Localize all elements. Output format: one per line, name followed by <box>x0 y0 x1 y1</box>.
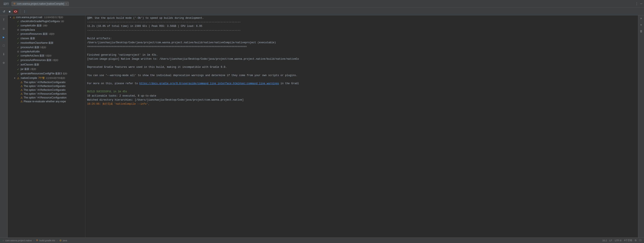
output-line: Deprecated Gradle features were used in … <box>87 65 636 69</box>
tree-item[interactable]: ✓:processAotResources 最新2毫秒 <box>8 58 85 62</box>
status-right: 16:2 LF UTF-8 4个空格 ⧉ ⓘ <box>602 239 642 242</box>
output-link[interactable]: https://docs.gradle.org/8.8/userguide/co… <box>139 82 279 85</box>
status-bar: ○ com.wanna.project.native › ⚙ build.gra… <box>0 238 644 243</box>
tree-item-icon: ✓ <box>17 68 19 71</box>
tree-item-icon: ⚠ <box>20 96 23 99</box>
output-line <box>87 32 636 37</box>
tab-more-button[interactable]: ⋮ <box>634 2 639 6</box>
tree-item-icon: ✓ <box>17 37 19 40</box>
tree-item-icon: ⊘ <box>17 50 19 53</box>
run-tab-label[interactable]: 运行 <box>2 2 11 6</box>
tree-item-icon: ⚠ <box>20 100 23 103</box>
tree-item-icon: ✓ <box>17 54 19 57</box>
tree-item-icon: ✓ <box>17 20 19 23</box>
tree-item-icon: ✓ <box>17 63 19 66</box>
tree-item-icon: ⊘ <box>17 28 19 31</box>
tree-item[interactable]: ✓:compileKotlin 最新18秒 <box>8 24 85 28</box>
toolbar-separator <box>20 10 20 14</box>
tab-title: com.wanna.project.native [nativeCompile] <box>17 2 64 5</box>
cursor-position[interactable]: 16:2 <box>602 239 607 242</box>
output-line: BUILD SUCCESSFUL in 1m 45s <box>87 90 636 94</box>
rerun-button[interactable]: ↺ <box>2 9 6 14</box>
tree-root-item[interactable]: ▼ ⚠ com.wanna.project.nati 1分钟45秒317毫秒 <box>8 15 85 20</box>
output-line <box>87 78 636 82</box>
tree-item-icon: ⚠ <box>20 92 23 95</box>
breadcrumb-arrow1: › <box>34 239 34 242</box>
left-icon-run[interactable]: ▶ <box>1 34 7 40</box>
indent-setting[interactable]: 4个空格 <box>624 239 632 242</box>
tree-item[interactable]: ⚠The option '-H:ReflectionConfiguratio <box>8 88 85 92</box>
tab-close-button[interactable]: × <box>66 2 67 5</box>
tree-item-label: :resolveMainClassName 最新 <box>20 41 84 45</box>
output-line: 11.2s (10.8% of total time) in 2389 GCs … <box>87 24 636 28</box>
tree-item-label: :nativeCompile 7个警1分钟44秒799毫秒 <box>20 76 84 80</box>
tree-item[interactable]: ✓:aotClasses 最新 <box>8 62 85 67</box>
tree-item-icon: ✓ <box>17 42 19 44</box>
tree-item-icon: ⚠ <box>20 81 23 84</box>
output-line: Finished generating 'nativeproject' in 1… <box>87 53 636 57</box>
minimize-button[interactable]: — <box>640 2 642 6</box>
output-line: Build artifacts: <box>87 37 636 41</box>
main-content: T ◎ ▶ □ ℹ ⚙ ▼ ⚠ com.wanna.project.nati 1… <box>0 15 644 238</box>
tree-item-label: :compileKotlin 最新18秒 <box>20 24 84 28</box>
output-line: For more on this, please refer to https:… <box>87 82 636 86</box>
tree-item[interactable]: ⚠The option '-H:ReflectionConfiguratio <box>8 84 85 88</box>
tree-item[interactable]: ✓:compileAotJava 最新5毫秒 <box>8 54 85 58</box>
tree-item[interactable]: ⚠Please re-evaluate whether any expe <box>8 100 85 104</box>
tree-item[interactable]: ⚠The option '-H:ReflectionConfiguratio <box>8 80 85 84</box>
tree-item[interactable]: ✓:jar 最新2毫秒 <box>8 67 85 72</box>
info-icon[interactable]: ⓘ <box>639 239 642 242</box>
tree-item-label: :compileAotKotlin <box>20 50 84 53</box>
output-line <box>87 86 636 90</box>
tree-item[interactable]: ⚠The option '-H:ResourceConfiguration <box>8 92 85 96</box>
left-icon-settings[interactable]: ⚙ <box>1 60 7 66</box>
copy-icon[interactable]: ⧉ <box>635 239 636 242</box>
right-icon-list2[interactable]: ≡ <box>639 22 644 27</box>
tree-item-label: :processResources 最新1毫秒 <box>20 32 84 36</box>
tree-item[interactable]: ✓:checkKotlinGradlePluginConfigura1秒 <box>8 20 85 24</box>
breadcrumb-lang-icon: ◎ <box>60 239 62 242</box>
output-line: Watched directory hierarchies: [/Users/j… <box>87 98 636 102</box>
tree-item[interactable]: ✓:processAot 最新5毫秒 <box>8 45 85 50</box>
breadcrumb-lang[interactable]: java <box>63 239 67 242</box>
encoding[interactable]: UTF-8 <box>615 239 622 242</box>
right-icon-trash[interactable]: 🗑 <box>639 29 644 34</box>
right-icon-list1[interactable]: ≡ <box>639 16 644 21</box>
eye-button[interactable] <box>13 9 18 14</box>
output-line: QBM: Use the quick build mode ('-Ob') to… <box>87 16 636 20</box>
output-line: 16:26:06: 执行完成 'nativeCompile --info'。 <box>87 102 636 106</box>
breadcrumb-project[interactable]: com.wanna.project.native <box>5 239 32 242</box>
gradle-icon: ⚙ <box>14 2 16 5</box>
more-options-button[interactable]: ⋮ <box>22 9 27 14</box>
toolbar: ↺ ■ ⋮ <box>0 8 644 15</box>
tree-item-label: :jar 最新2毫秒 <box>20 67 84 71</box>
stop-button[interactable]: ■ <box>8 9 12 14</box>
output-line <box>87 69 636 73</box>
active-tab[interactable]: ⚙ com.wanna.project.native [nativeCompil… <box>12 2 69 6</box>
tree-item-icon: ⚠ <box>20 88 23 92</box>
tree-item-label: :checkKotlinGradlePluginConfigura1秒 <box>20 20 84 23</box>
left-icon-edit[interactable]: T <box>1 17 7 23</box>
tree-item[interactable]: ✓:classes 最新 <box>8 36 85 41</box>
tree-item[interactable]: ✓:generateResourcesConfigFile 最新3毫秒 <box>8 72 85 76</box>
tree-item[interactable]: ▼⚠:nativeCompile 7个警1分钟44秒799毫秒 <box>8 76 85 80</box>
output-line: 10 actionable tasks: 2 executed, 8 up-to… <box>87 94 636 98</box>
output-line: /Users/jianchaojia/Desktop/Code/java/pro… <box>87 41 636 45</box>
left-icon-target[interactable]: ◎ <box>1 26 7 32</box>
tree-item-label: :processAotResources 最新2毫秒 <box>20 58 84 62</box>
tree-item[interactable]: ⊘:compileAotKotlin <box>8 50 85 54</box>
breadcrumb-file[interactable]: build.gradle.kts <box>40 239 55 242</box>
left-icon-info[interactable]: ℹ <box>1 51 7 57</box>
left-icon-terminal[interactable]: □ <box>1 43 7 48</box>
tree-item[interactable]: ⊘:compileJava <box>8 28 85 32</box>
right-toolbar: ≡ ≡ 🗑 <box>638 15 644 238</box>
output-line: ----------------------------------------… <box>87 28 636 32</box>
output-panel[interactable]: QBM: Use the quick build mode ('-Ob') to… <box>86 15 638 238</box>
breadcrumb-arrow2: › <box>57 239 58 242</box>
tree-item[interactable]: ⚠The option '-H:ResourceConfiguration <box>8 96 85 100</box>
breadcrumb-project-icon: ○ <box>2 239 4 242</box>
line-ending[interactable]: LF <box>610 239 612 242</box>
tree-item-label: The option '-H:ReflectionConfiguratio <box>24 81 84 84</box>
tree-item[interactable]: ✓:resolveMainClassName 最新 <box>8 41 85 45</box>
tree-item[interactable]: ✓:processResources 最新1毫秒 <box>8 32 85 36</box>
